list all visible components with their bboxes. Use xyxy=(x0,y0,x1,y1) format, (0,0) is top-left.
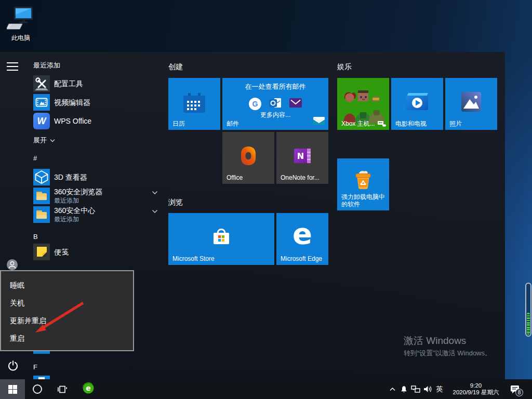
app-item-sticky-notes[interactable]: 便笺 xyxy=(33,244,161,261)
tile-office[interactable]: Office xyxy=(222,132,274,184)
google-icon: G xyxy=(249,98,261,110)
bell-icon xyxy=(400,385,408,393)
chevron-down-icon[interactable] xyxy=(152,209,158,214)
group-header-fun: 娱乐 xyxy=(337,62,352,71)
windows-logo-icon xyxy=(8,385,17,394)
activation-subtitle: 转到“设置”以激活 Windows。 xyxy=(404,349,491,357)
user-avatar[interactable] xyxy=(7,259,18,270)
task-view-button[interactable] xyxy=(52,379,73,399)
mail-promo-more: 更多内容... xyxy=(222,111,328,119)
tile-force-uninstall[interactable]: 强力卸载电脑中的软件 xyxy=(337,158,389,210)
expand-toggle[interactable]: 展开 xyxy=(33,136,55,145)
svg-text:e: e xyxy=(86,384,91,392)
svg-text:N: N xyxy=(297,151,304,161)
chevron-down-icon xyxy=(50,139,55,142)
volume-button[interactable] xyxy=(422,379,433,399)
360-browser-button[interactable]: e xyxy=(78,379,99,399)
hamburger-menu-icon[interactable] xyxy=(7,62,18,73)
accelerator-level-bars xyxy=(527,313,530,335)
ime-language-indicator[interactable]: 英 xyxy=(434,379,445,399)
tile-microsoft-edge[interactable]: e Microsoft Edge xyxy=(276,213,328,265)
section-header-b: B xyxy=(33,233,38,241)
section-header-f: F xyxy=(33,363,37,371)
section-header-hash: # xyxy=(33,154,37,163)
3d-viewer-icon xyxy=(33,169,50,185)
app-item-360-security[interactable]: 360安全中心 最近添加 xyxy=(33,206,161,224)
menu-item-shutdown[interactable]: 关机 xyxy=(1,294,133,312)
tile-movies-tv[interactable]: 电影和电视 xyxy=(391,78,443,130)
menu-item-update-restart[interactable]: 更新并重启 xyxy=(1,312,133,329)
video-editor-icon xyxy=(33,94,50,111)
app-item-config-tool[interactable]: 配置工具 xyxy=(33,75,161,93)
tile-photos[interactable]: 照片 xyxy=(445,78,497,130)
app-item-video-editor[interactable]: 视频编辑器 xyxy=(33,94,161,112)
search-circle-icon xyxy=(33,384,42,394)
mail-promo-title: 在一处查看所有邮件 xyxy=(222,82,328,91)
menu-item-restart[interactable]: 重启 xyxy=(1,329,133,347)
tile-calendar[interactable]: 日历 xyxy=(168,78,220,130)
group-header-browse: 浏览 xyxy=(168,198,183,206)
outlook-icon xyxy=(269,97,282,111)
network-button[interactable] xyxy=(409,379,422,399)
folder-icon xyxy=(33,206,50,223)
task-view-icon xyxy=(58,385,68,393)
desktop-icon-this-pc[interactable]: 此电脑 xyxy=(5,6,36,41)
chevron-down-icon[interactable] xyxy=(152,191,158,195)
folder-icon xyxy=(33,188,50,204)
taskbar: e 英 9:20 2020/9/19 星期六 xyxy=(0,379,532,399)
power-button[interactable] xyxy=(8,361,18,371)
tile-mail[interactable]: 在一处查看所有邮件 G 更多内容... 邮件 xyxy=(222,78,328,130)
edge-icon: e xyxy=(292,219,312,248)
start-button[interactable] xyxy=(0,379,25,399)
person-icon xyxy=(7,259,18,270)
network-icon xyxy=(411,385,420,393)
chevron-up-icon xyxy=(390,387,395,391)
config-tool-icon xyxy=(33,75,50,92)
notification-count-badge: 8 xyxy=(515,389,523,396)
mail-envelope-icon xyxy=(313,117,325,127)
wps-office-icon: W xyxy=(33,113,50,129)
activation-title: 激活 Windows xyxy=(404,335,491,347)
tile-xbox[interactable]: Xbox 主机... xyxy=(337,78,389,130)
this-pc-label: 此电脑 xyxy=(5,34,36,43)
notification-bell-button[interactable] xyxy=(398,379,409,399)
sticky-notes-icon xyxy=(33,244,50,260)
power-icon xyxy=(8,361,18,371)
group-header-create: 创建 xyxy=(168,62,183,71)
show-hidden-icons-button[interactable] xyxy=(387,379,398,399)
app-item-wps-office[interactable]: W WPS Office xyxy=(33,113,161,130)
360-accelerator-widget[interactable] xyxy=(525,283,531,337)
app-item-360-browser[interactable]: 360安全浏览器 最近添加 xyxy=(33,188,161,205)
console-icon xyxy=(378,121,386,127)
recent-added-header: 最近添加 xyxy=(33,61,60,70)
clock-date: 2020/9/19 星期六 xyxy=(453,389,499,396)
cortana-search-button[interactable] xyxy=(27,379,48,399)
app-icon-partial-bottom[interactable] xyxy=(33,376,50,379)
start-menu-panel: 最近添加 配置工具 视频编辑器 W WPS xyxy=(0,52,505,379)
tile-microsoft-store[interactable]: Microsoft Store xyxy=(168,213,274,265)
tile-onenote[interactable]: N OneNote for... xyxy=(276,132,328,184)
taskbar-clock[interactable]: 9:20 2020/9/19 星期六 xyxy=(447,379,505,399)
yahoo-mail-icon xyxy=(289,98,302,110)
this-pc-icon xyxy=(7,24,35,33)
speaker-icon xyxy=(423,385,432,393)
activation-watermark: 激活 Windows 转到“设置”以激活 Windows。 xyxy=(404,335,491,357)
power-flyout-menu: 睡眠 关机 更新并重启 重启 xyxy=(0,270,134,351)
clock-time: 9:20 xyxy=(470,382,482,389)
360-browser-icon: e xyxy=(82,382,95,396)
menu-item-sleep[interactable]: 睡眠 xyxy=(1,276,133,294)
app-item-3d-viewer[interactable]: 3D 查看器 xyxy=(33,169,161,187)
